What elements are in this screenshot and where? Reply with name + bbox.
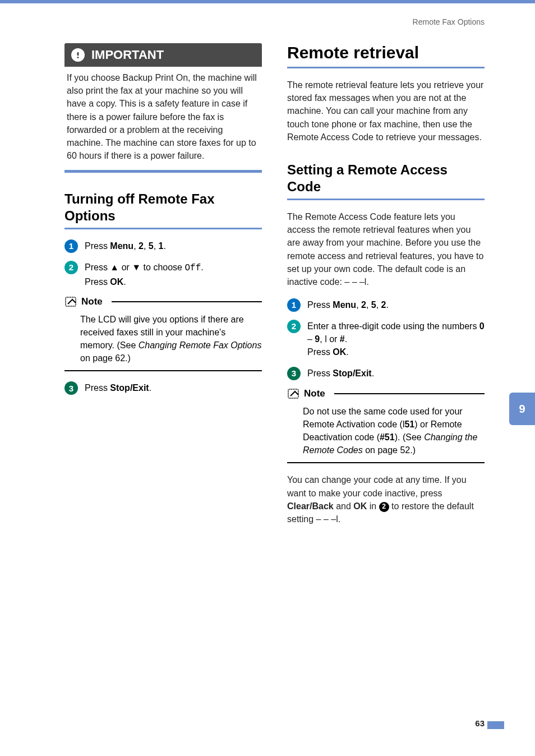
- text: .: [386, 300, 389, 310]
- heading-underline: [64, 228, 262, 229]
- important-icon: [71, 48, 85, 62]
- ok-key: OK: [110, 277, 123, 287]
- text: on page 52.): [363, 445, 416, 455]
- right-note-body: Do not use the same code used for your R…: [287, 403, 485, 464]
- note-rule: [334, 393, 485, 394]
- text: .: [164, 241, 166, 251]
- text: You can change your code at any time. If…: [287, 475, 467, 497]
- text: Press: [307, 347, 333, 357]
- text: Press: [307, 368, 333, 378]
- note-icon: [64, 296, 78, 307]
- text: or: [327, 334, 340, 344]
- remote-retrieval-heading: Remote retrieval: [287, 43, 485, 62]
- change-code-paragraph: You can change your code at any time. If…: [287, 473, 485, 525]
- important-header: IMPORTANT: [64, 43, 262, 67]
- text: on page 62.): [80, 353, 131, 363]
- right-step-2: 2 Enter a three-digit code using the num…: [287, 320, 485, 359]
- menu-key: Menu: [110, 241, 133, 251]
- page-number: 63: [475, 718, 485, 728]
- step-badge-3: 3: [287, 367, 301, 380]
- left-step-3: 3 Press Stop/Exit.: [64, 381, 262, 395]
- text: Press: [85, 262, 110, 272]
- left-step-1: 1 Press Menu, 2, 5, 1.: [64, 239, 262, 253]
- right-step-1: 1 Press Menu, 2, 5, 2.: [287, 298, 485, 312]
- text: .: [149, 383, 151, 393]
- step-badge-3: 3: [64, 381, 78, 395]
- key-1: 1: [159, 241, 164, 251]
- activation-code: 51: [404, 420, 414, 429]
- turning-off-heading: Turning off Remote Fax Options: [64, 191, 262, 224]
- step-badge-2: 2: [287, 320, 301, 333]
- heading-underline: [287, 199, 485, 200]
- note-label: Note: [304, 388, 325, 399]
- text: ,: [144, 241, 149, 251]
- up-arrow-icon: ▲: [110, 262, 119, 272]
- text: Press: [307, 300, 333, 310]
- chapter-tab: 9: [509, 393, 535, 425]
- text: .: [201, 262, 203, 272]
- page-accent-bar: [487, 721, 504, 729]
- deactivation-code: #51: [380, 432, 395, 442]
- down-arrow-icon: ▼: [132, 262, 141, 272]
- right-step-3: 3 Press Stop/Exit.: [287, 367, 485, 380]
- section-header: Remote Fax Options: [0, 3, 535, 26]
- setting-code-heading: Setting a Remote Access Code: [287, 162, 485, 195]
- text: ,: [366, 300, 371, 310]
- right-column: Remote retrieval The remote retrieval fe…: [287, 43, 485, 536]
- text: .: [123, 277, 126, 287]
- important-label: IMPORTANT: [91, 48, 164, 62]
- text: ,: [320, 334, 325, 344]
- text: Press: [85, 277, 110, 287]
- code-paragraph: The Remote Access Code feature lets you …: [287, 210, 485, 288]
- key-5: 5: [149, 241, 154, 251]
- text: Press: [85, 241, 110, 251]
- key-2: 2: [139, 241, 144, 251]
- key-5: 5: [371, 300, 376, 310]
- step-badge-1: 1: [64, 239, 78, 253]
- left-note-body: The LCD will give you options if there a…: [64, 311, 262, 372]
- svg-point-2: [77, 57, 79, 58]
- note-label: Note: [81, 296, 103, 307]
- note-rule: [112, 301, 262, 302]
- text: to choose: [141, 262, 185, 272]
- text: .: [345, 334, 347, 344]
- text: Enter a three-digit code using the numbe…: [307, 321, 479, 331]
- key-9: 9: [315, 334, 320, 344]
- hash-key: #: [340, 334, 345, 344]
- key-0: 0: [479, 321, 485, 331]
- text: Press: [85, 383, 110, 393]
- text: ,: [376, 300, 381, 310]
- step-badge-1: 1: [287, 298, 301, 312]
- left-step-2: 2 Press ▲ or ▼ to choose Off. Press OK.: [64, 261, 262, 288]
- text: .: [346, 347, 348, 357]
- text: ,: [356, 300, 361, 310]
- intro-paragraph: The remote retrieval feature lets you re…: [287, 79, 485, 144]
- menu-key: Menu: [333, 300, 356, 310]
- text: .: [372, 368, 374, 378]
- text: or: [119, 262, 132, 272]
- text: ,: [133, 241, 139, 251]
- off-value: Off: [185, 263, 201, 273]
- important-body: If you choose Backup Print On, the machi…: [64, 67, 262, 173]
- text: –: [307, 334, 315, 344]
- stop-exit-key: Stop/Exit: [110, 383, 149, 393]
- ok-key: OK: [333, 347, 346, 357]
- svg-rect-1: [77, 52, 79, 56]
- left-note-header: Note: [64, 296, 262, 307]
- key-2: 2: [361, 300, 366, 310]
- key-2b: 2: [381, 300, 386, 310]
- right-note-header: Note: [287, 388, 485, 399]
- clear-back-key: Clear/Back: [287, 501, 334, 511]
- text: and: [334, 501, 354, 511]
- note-icon: [287, 388, 301, 399]
- cross-ref: Changing Remote Fax Options: [139, 340, 262, 350]
- step-ref-2-icon: 2: [379, 502, 389, 512]
- text: in: [367, 501, 379, 511]
- heading-underline: [287, 67, 485, 68]
- text: ,: [154, 241, 159, 251]
- step-badge-2: 2: [64, 261, 78, 274]
- ok-key: OK: [353, 501, 367, 511]
- text: ). (See: [395, 432, 424, 442]
- left-column: IMPORTANT If you choose Backup Print On,…: [64, 43, 262, 536]
- main-content: IMPORTANT If you choose Backup Print On,…: [0, 26, 535, 536]
